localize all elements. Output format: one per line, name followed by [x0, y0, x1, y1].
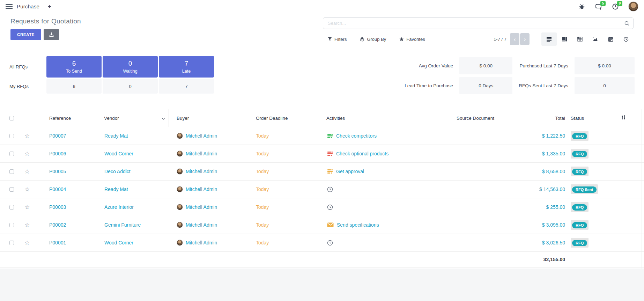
row-order-deadline[interactable]: Today: [247, 222, 326, 228]
favorite-star-icon[interactable]: ☆: [24, 240, 30, 246]
header-activities[interactable]: Activities: [326, 116, 431, 121]
filters-button[interactable]: Filters: [328, 37, 347, 42]
header-total[interactable]: Total: [520, 116, 565, 121]
activity-tasks-red-icon[interactable]: [327, 151, 333, 156]
activity-tasks-yellow-icon[interactable]: [327, 169, 333, 174]
user-avatar[interactable]: [628, 1, 638, 12]
tile-my-waiting[interactable]: 0: [103, 79, 158, 94]
search-input[interactable]: Search...: [323, 17, 634, 29]
row-activity-label[interactable]: Check optional products: [336, 151, 388, 156]
row-reference[interactable]: P00006: [36, 151, 96, 156]
kanban-view-button[interactable]: [557, 32, 572, 46]
activity-tasks-green-icon[interactable]: [327, 133, 333, 138]
row-checkbox[interactable]: [9, 134, 14, 138]
favorite-star-icon[interactable]: ☆: [24, 222, 30, 228]
row-vendor[interactable]: Gemini Furniture: [96, 222, 169, 228]
table-row[interactable]: ☆ P00005 Deco Addict Mitchell Admin Toda…: [0, 163, 644, 181]
favorite-star-icon[interactable]: ☆: [24, 133, 30, 139]
row-checkbox[interactable]: [9, 205, 14, 210]
control-panel: Requests for Quotation CREATE Search...: [0, 13, 644, 48]
row-reference[interactable]: P00003: [36, 204, 96, 210]
favorite-star-icon[interactable]: ☆: [24, 168, 30, 175]
row-vendor[interactable]: Ready Mat: [96, 186, 169, 192]
favorite-star-icon[interactable]: ☆: [24, 150, 30, 157]
row-checkbox[interactable]: [9, 152, 14, 156]
activity-clock-icon[interactable]: [327, 240, 333, 246]
app-name[interactable]: Purchase: [17, 3, 39, 9]
row-reference[interactable]: P00001: [36, 240, 96, 245]
row-order-deadline[interactable]: Today: [247, 169, 326, 174]
row-activity-label[interactable]: Send specifications: [337, 222, 379, 228]
row-buyer[interactable]: Mitchell Admin: [186, 151, 217, 156]
row-checkbox[interactable]: [9, 223, 14, 227]
header-buyer[interactable]: Buyer: [169, 116, 247, 121]
list-view-button[interactable]: [541, 32, 557, 46]
row-buyer[interactable]: Mitchell Admin: [186, 186, 217, 192]
row-order-deadline[interactable]: Today: [247, 133, 326, 139]
row-checkbox[interactable]: [9, 187, 14, 192]
header-vendor[interactable]: Vendor: [96, 109, 169, 127]
row-vendor[interactable]: Wood Corner: [96, 151, 169, 156]
tile-all-waiting[interactable]: 0 Waiting: [103, 56, 158, 78]
messages-icon[interactable]: 5: [595, 3, 602, 10]
table-row[interactable]: ☆ P00001 Wood Corner Mitchell Admin Toda…: [0, 234, 644, 252]
favorite-star-icon[interactable]: ☆: [24, 186, 30, 193]
table-row[interactable]: ☆ P00006 Wood Corner Mitchell Admin Toda…: [0, 145, 644, 163]
tile-all-to-send[interactable]: 6 To Send: [46, 56, 102, 78]
row-order-deadline[interactable]: Today: [247, 204, 326, 210]
optional-columns-icon[interactable]: [621, 115, 626, 121]
activities-clock-icon[interactable]: 9: [612, 3, 619, 10]
row-reference[interactable]: P00007: [36, 133, 96, 139]
graph-view-button[interactable]: [587, 32, 603, 46]
row-reference[interactable]: P00002: [36, 222, 96, 228]
header-status[interactable]: Status: [565, 116, 607, 121]
activity-envelope-icon[interactable]: [327, 222, 334, 227]
row-buyer[interactable]: Mitchell Admin: [186, 204, 217, 210]
row-buyer[interactable]: Mitchell Admin: [186, 240, 217, 245]
row-buyer[interactable]: Mitchell Admin: [186, 222, 217, 228]
row-activity-label[interactable]: Check competitors: [336, 133, 377, 139]
row-reference[interactable]: P00005: [36, 169, 96, 174]
export-button[interactable]: [44, 29, 59, 40]
favorite-star-icon[interactable]: ☆: [24, 204, 30, 211]
row-buyer[interactable]: Mitchell Admin: [186, 133, 217, 139]
tile-my-late[interactable]: 7: [159, 79, 214, 94]
layers-icon: [360, 37, 364, 42]
new-tab-button[interactable]: +: [48, 3, 51, 10]
tile-all-late[interactable]: 7 Late: [159, 56, 214, 78]
table-row[interactable]: ☆ P00002 Gemini Furniture Mitchell Admin…: [0, 216, 644, 234]
table-row[interactable]: ☆ P00007 Ready Mat Mitchell Admin Today …: [0, 127, 644, 145]
select-all-checkbox[interactable]: [9, 116, 14, 120]
calendar-view-button[interactable]: [603, 32, 618, 46]
apps-menu-icon[interactable]: [6, 4, 13, 9]
pager-previous-button[interactable]: ‹: [510, 33, 519, 45]
row-vendor[interactable]: Wood Corner: [96, 240, 169, 245]
activity-clock-icon[interactable]: [327, 204, 333, 210]
row-order-deadline[interactable]: Today: [247, 186, 326, 192]
row-checkbox[interactable]: [9, 241, 14, 245]
activity-view-button[interactable]: [618, 32, 634, 46]
row-vendor[interactable]: Deco Addict: [96, 169, 169, 174]
row-checkbox[interactable]: [9, 169, 14, 174]
row-order-deadline[interactable]: Today: [247, 240, 326, 245]
row-order-deadline[interactable]: Today: [247, 151, 326, 156]
header-reference[interactable]: Reference: [36, 116, 96, 121]
favorites-button[interactable]: Favorites: [399, 37, 425, 42]
activity-clock-icon[interactable]: [327, 186, 333, 192]
create-button[interactable]: CREATE: [10, 29, 41, 40]
pivot-view-button[interactable]: [572, 32, 587, 46]
group-by-button[interactable]: Group By: [360, 37, 386, 42]
row-vendor[interactable]: Azure Interior: [96, 204, 169, 210]
debug-bug-icon[interactable]: [578, 3, 586, 10]
table-row[interactable]: ☆ P00004 Ready Mat Mitchell Admin Today …: [0, 181, 644, 198]
row-activity-label[interactable]: Get approval: [336, 169, 364, 174]
row-buyer[interactable]: Mitchell Admin: [186, 169, 217, 174]
header-order-deadline[interactable]: Order Deadline: [247, 116, 326, 121]
tile-my-to-send[interactable]: 6: [46, 79, 102, 94]
table-row[interactable]: ☆ P00003 Azure Interior Mitchell Admin T…: [0, 198, 644, 216]
header-source-document[interactable]: Source Document: [431, 116, 520, 121]
search-icon[interactable]: [624, 21, 630, 26]
row-reference[interactable]: P00004: [36, 186, 96, 192]
row-vendor[interactable]: Ready Mat: [96, 133, 169, 139]
pager-next-button[interactable]: ›: [520, 33, 530, 45]
